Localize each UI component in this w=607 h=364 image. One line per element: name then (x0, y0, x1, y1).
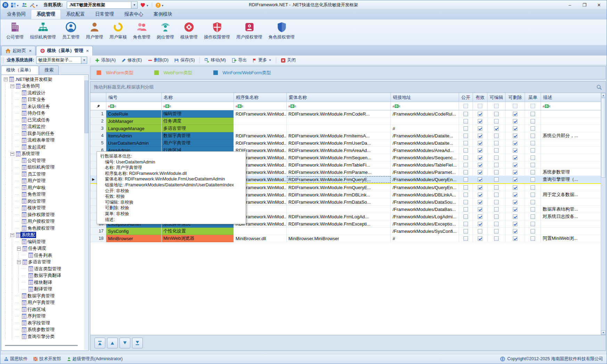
cell-checkbox[interactable] (478, 229, 482, 234)
cell-checkbox[interactable] (494, 170, 499, 175)
grid-cell[interactable] (541, 161, 606, 169)
cell-checkbox[interactable] (478, 126, 482, 131)
grid-row-3[interactable]: 3LanguageManage多语言管理# (90, 125, 606, 132)
toolbar-button-1[interactable]: 添加(A) (93, 57, 117, 64)
grid-cell[interactable] (459, 228, 473, 235)
grid-cell[interactable] (473, 147, 487, 154)
grid-cell[interactable] (473, 139, 487, 147)
grid-cell[interactable] (525, 213, 541, 220)
scrollbar-thumb[interactable] (601, 98, 606, 178)
cell-checkbox[interactable] (494, 185, 499, 190)
ribbon-item-10[interactable]: 用户授权管理 (233, 19, 265, 40)
grid-cell[interactable] (459, 110, 473, 118)
grid-cell[interactable] (525, 235, 541, 242)
grid-cell[interactable]: LanguageManage (106, 125, 162, 132)
grid-cell[interactable] (525, 169, 541, 176)
grid-cell[interactable]: 2 (90, 118, 106, 125)
cell-checkbox[interactable] (513, 185, 517, 190)
grid-cell[interactable] (473, 198, 487, 206)
cell-checkbox[interactable] (494, 222, 499, 226)
cell-checkbox[interactable] (513, 112, 517, 116)
tree-node[interactable]: 流程表单管理 (2, 137, 88, 144)
grid-cell[interactable]: UserDataItemAdmin (106, 139, 162, 147)
grid-row-2[interactable]: 2JobManager任务调度 (90, 118, 606, 125)
grid-cell[interactable]: RDIFramework.WinMod... (234, 132, 287, 139)
toolbar-button-2[interactable]: 修改(E) (120, 57, 144, 64)
grid-cell[interactable] (525, 176, 541, 183)
grid-cell[interactable]: /FrameworkModules/DataBas... (391, 206, 459, 213)
tree-node[interactable]: 角色授权管理 (2, 225, 88, 232)
cell-checkbox[interactable] (464, 177, 468, 182)
grid-cell[interactable] (506, 228, 525, 235)
favorites-button[interactable]: ▼ (140, 2, 149, 8)
filter-checkbox[interactable] (494, 104, 499, 108)
grid-cell[interactable] (525, 110, 541, 118)
grid-cell[interactable]: # (391, 125, 459, 132)
cell-checkbox[interactable] (478, 185, 482, 190)
grid-cell[interactable]: /FrameworkModules/SysConfi... (391, 228, 459, 235)
grid-cell[interactable] (473, 184, 487, 191)
grid-cell[interactable]: RDIFramework.WinModule.FrmExcepti... (287, 220, 391, 228)
grid-cell[interactable] (541, 147, 606, 154)
grid-cell[interactable]: 同置MiniWeb浏... (541, 235, 606, 242)
tree-node[interactable]: 编码管理 (2, 238, 88, 245)
minimize-button[interactable]: – (567, 2, 573, 8)
grid-cell[interactable] (525, 206, 541, 213)
grid-cell[interactable] (506, 169, 525, 176)
grid-cell[interactable]: 个性化设置 (162, 228, 234, 235)
filter-cell[interactable]: aBc (391, 102, 459, 110)
combo-dropdown-button[interactable]: ▼ (81, 57, 87, 64)
grid-cell[interactable] (525, 139, 541, 147)
grid-vertical-scrollbar[interactable]: ▲ ▼ (601, 93, 606, 335)
tree-node[interactable]: 用户管理 (2, 178, 88, 185)
tree-node[interactable]: 多语言管理 (2, 259, 88, 266)
cell-checkbox[interactable] (478, 214, 482, 219)
grid-cell[interactable] (234, 125, 287, 132)
grid-cell[interactable] (473, 235, 487, 242)
grid-cell[interactable] (487, 206, 506, 213)
ribbon-item-8[interactable]: 模块管理 (177, 19, 201, 40)
grid-cell[interactable] (506, 132, 525, 139)
grid-cell[interactable]: RDIFramework.WinModule.FrmCodeR... (287, 110, 391, 118)
grid-cell[interactable] (459, 198, 473, 206)
menu-tab-4[interactable]: 日常管理 (90, 10, 119, 19)
menu-tab-2[interactable]: 系统管理 (31, 9, 61, 19)
column-header-名称[interactable]: 名称 (162, 93, 234, 102)
cell-checkbox[interactable] (513, 200, 517, 204)
ribbon-item-2[interactable]: 组织机构管理 (27, 19, 59, 40)
grid-cell[interactable] (459, 220, 473, 228)
grid-cell[interactable]: /FrameworkModules/Exceptio... (391, 220, 459, 228)
cell-checkbox[interactable] (494, 200, 499, 204)
cell-checkbox[interactable] (531, 155, 535, 160)
grid-cell[interactable] (541, 220, 606, 228)
grid-cell[interactable] (487, 118, 506, 125)
grid-cell[interactable] (487, 235, 506, 242)
grid-cell[interactable] (487, 161, 506, 169)
cell-checkbox[interactable] (513, 229, 517, 234)
tree-expander-icon[interactable] (10, 233, 14, 237)
grid-cell[interactable]: RDIFramework.WinModule.FrmParame... (287, 169, 391, 176)
filter-cell[interactable] (473, 102, 487, 110)
grid-cell[interactable]: /FrameworkModules/TableFiel... (391, 161, 459, 169)
grid-cell[interactable] (506, 198, 525, 206)
cell-checkbox[interactable] (531, 229, 535, 234)
grid-cell[interactable] (525, 147, 541, 154)
ribbon-item-3[interactable]: 员工管理 (59, 19, 83, 40)
grid-cell[interactable] (459, 213, 473, 220)
column-header-rownum[interactable] (90, 93, 106, 102)
cell-checkbox[interactable] (478, 200, 482, 204)
grid-cell[interactable] (459, 118, 473, 125)
tree-node[interactable]: 任务列表 (2, 252, 88, 259)
grid-cell[interactable] (473, 206, 487, 213)
cell-checkbox[interactable] (513, 155, 517, 160)
grid-cell[interactable]: RDIFramework.WinModule.FrmDataSo... (287, 198, 391, 206)
grid-cell[interactable]: 多语言管理 (162, 125, 234, 132)
cell-checkbox[interactable] (478, 155, 482, 160)
grid-cell[interactable]: 4 (90, 132, 106, 139)
tree-node[interactable]: 组织机构管理 (2, 164, 88, 171)
cell-checkbox[interactable] (478, 134, 482, 138)
grid-cell[interactable]: MiniBrowser.dll (234, 235, 287, 242)
cell-checkbox[interactable] (478, 141, 482, 145)
grid-cell[interactable] (525, 184, 541, 191)
grid-cell[interactable]: RDIFramework.WinMod... (234, 110, 287, 118)
